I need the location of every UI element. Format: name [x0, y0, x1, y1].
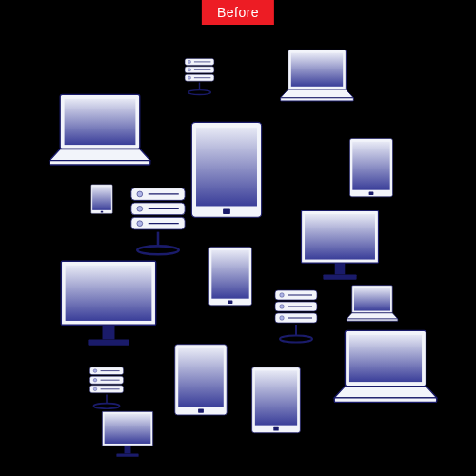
- svg-marker-17: [50, 149, 150, 160]
- svg-rect-41: [335, 263, 346, 274]
- svg-point-79: [93, 378, 97, 382]
- server-icon: [128, 186, 188, 258]
- svg-point-60: [280, 336, 312, 343]
- svg-marker-13: [281, 89, 354, 98]
- svg-rect-73: [255, 370, 297, 425]
- tablet-icon: [173, 343, 228, 417]
- tablet-icon: [208, 246, 253, 307]
- svg-rect-23: [352, 142, 389, 190]
- svg-rect-26: [92, 186, 111, 209]
- svg-rect-24: [369, 192, 374, 195]
- svg-rect-68: [334, 398, 437, 402]
- state-badge-label: Before: [217, 5, 259, 20]
- svg-rect-20: [196, 128, 257, 207]
- tablet-icon: [90, 184, 113, 214]
- state-badge: Before: [202, 0, 274, 25]
- laptop-icon: [279, 48, 355, 103]
- svg-rect-71: [198, 409, 204, 413]
- svg-rect-27: [101, 211, 103, 213]
- svg-rect-42: [323, 274, 356, 279]
- svg-point-4: [188, 69, 190, 71]
- laptop-icon: [48, 91, 152, 167]
- svg-point-35: [137, 221, 143, 227]
- monitor-icon: [100, 409, 155, 459]
- server-icon: [183, 57, 216, 96]
- svg-rect-74: [273, 427, 278, 431]
- svg-rect-66: [349, 335, 422, 382]
- svg-rect-62: [354, 288, 390, 311]
- svg-rect-87: [105, 414, 151, 444]
- svg-point-38: [137, 246, 179, 254]
- svg-rect-12: [291, 53, 343, 87]
- svg-point-10: [188, 90, 211, 95]
- svg-rect-45: [103, 325, 115, 339]
- svg-rect-48: [211, 250, 248, 299]
- svg-marker-63: [347, 313, 398, 319]
- server-icon: [88, 366, 126, 410]
- svg-rect-88: [125, 446, 131, 453]
- svg-point-54: [280, 305, 285, 309]
- svg-point-85: [93, 404, 119, 409]
- svg-point-76: [93, 369, 97, 373]
- monitor-icon: [298, 208, 382, 283]
- server-icon: [272, 288, 320, 345]
- svg-point-51: [280, 293, 285, 298]
- svg-point-82: [93, 387, 97, 391]
- svg-rect-18: [50, 161, 150, 165]
- svg-rect-89: [116, 453, 138, 456]
- svg-point-7: [188, 76, 190, 79]
- svg-rect-21: [223, 209, 230, 214]
- svg-rect-40: [305, 214, 375, 260]
- svg-point-29: [137, 191, 143, 197]
- tablet-icon: [348, 137, 394, 198]
- svg-rect-46: [88, 339, 129, 345]
- svg-point-57: [280, 316, 285, 321]
- laptop-icon: [346, 284, 399, 322]
- tablet-icon: [189, 120, 264, 220]
- svg-rect-64: [347, 319, 398, 321]
- laptop-icon: [332, 327, 439, 405]
- svg-rect-16: [65, 99, 136, 145]
- tablet-icon: [250, 366, 302, 434]
- svg-point-1: [188, 60, 190, 63]
- monitor-icon: [57, 257, 160, 349]
- svg-rect-44: [66, 266, 152, 321]
- svg-marker-67: [334, 387, 437, 398]
- svg-point-32: [137, 206, 143, 211]
- svg-rect-14: [281, 98, 354, 101]
- svg-rect-49: [228, 301, 233, 304]
- diagram-stage: Before: [0, 0, 476, 476]
- svg-rect-70: [178, 348, 224, 407]
